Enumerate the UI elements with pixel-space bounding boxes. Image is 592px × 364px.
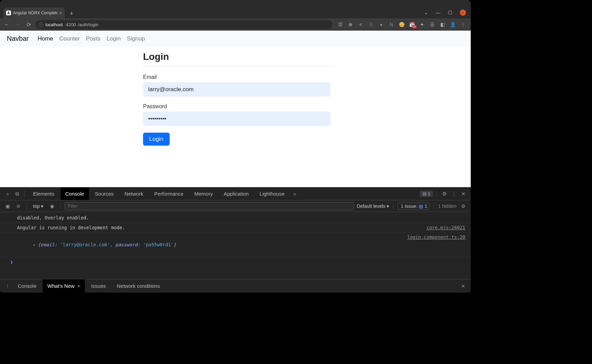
- drawer-tab-network-conditions[interactable]: Network conditions: [112, 279, 165, 293]
- nav-link-login[interactable]: Login: [107, 35, 121, 42]
- issues-button[interactable]: 1 Issue: ▤1: [398, 202, 430, 210]
- share-icon[interactable]: <: [358, 22, 364, 27]
- menu-icon[interactable]: ⋮: [460, 22, 466, 27]
- chevron-down-icon[interactable]: ⌄: [424, 10, 428, 15]
- new-tab-button[interactable]: +: [67, 9, 76, 18]
- kebab-icon[interactable]: ⋮: [3, 283, 12, 289]
- bookmark-icon[interactable]: ☆: [368, 22, 374, 27]
- tab-strip: A Angular NGRX Complete × +: [0, 7, 471, 18]
- email-label: Email: [143, 74, 330, 80]
- extension-icon[interactable]: N: [388, 22, 394, 27]
- drawer-tab-issues[interactable]: Issues: [86, 279, 110, 293]
- url-path: /auth/login: [78, 22, 98, 27]
- tab-network[interactable]: Network: [120, 187, 148, 200]
- page-title: Login: [143, 51, 330, 62]
- log-entry: ▸{email: 'larry@oracle.com', password: '…: [0, 233, 471, 257]
- tab-sources[interactable]: Sources: [90, 187, 119, 200]
- password-field[interactable]: [143, 112, 330, 126]
- expand-arrow-icon[interactable]: ▸: [33, 242, 36, 247]
- tab-favicon: A: [6, 11, 11, 15]
- drawer-close-icon[interactable]: ✕: [459, 283, 467, 289]
- toolbar-icons: ⚿ ⊕ < ☆ ● N 😊 📅 ✦ ☰ ◧ 👤 ⋮: [335, 22, 468, 27]
- eye-icon[interactable]: ◉: [48, 203, 56, 209]
- maximize-icon[interactable]: ☐: [448, 10, 452, 15]
- reload-button[interactable]: ⟳: [25, 21, 33, 28]
- address-bar: ← → ⟳ i localhost:4200/auth/login ⚿ ⊕ < …: [0, 18, 471, 31]
- device-toggle-icon[interactable]: ⧉: [13, 191, 21, 197]
- tab-close-icon[interactable]: ×: [59, 10, 62, 16]
- tab-elements[interactable]: Elements: [28, 187, 59, 200]
- nav-link-signup[interactable]: Signup: [127, 35, 145, 42]
- gear-icon[interactable]: ⚙: [459, 203, 467, 209]
- zoom-icon[interactable]: ⊕: [347, 22, 354, 27]
- chevron-down-icon: ▾: [387, 203, 389, 209]
- forward-button[interactable]: →: [14, 21, 22, 28]
- nav-link-home[interactable]: Home: [37, 35, 53, 42]
- devtools-panel: ⟐ ⧉ Elements Console Sources Network Per…: [0, 187, 471, 293]
- issues-pill[interactable]: ▤1: [420, 191, 433, 197]
- tab-application[interactable]: Application: [219, 187, 253, 200]
- login-button[interactable]: Login: [143, 133, 170, 146]
- login-form: Login Email Password Login: [143, 51, 330, 146]
- log-source-link[interactable]: core.mjs:26021: [426, 224, 465, 232]
- devtools-tablist: ⟐ ⧉ Elements Console Sources Network Per…: [0, 187, 471, 200]
- log-levels-selector[interactable]: Default levels ▾: [357, 203, 389, 209]
- window-close-icon[interactable]: ×: [460, 10, 466, 16]
- tab-lighthouse[interactable]: Lighthouse: [255, 187, 289, 200]
- tab-memory[interactable]: Memory: [190, 187, 218, 200]
- context-selector[interactable]: top ▾: [31, 203, 45, 210]
- kebab-icon[interactable]: ⋮: [450, 191, 458, 197]
- log-entry: Angular is running in development mode. …: [0, 223, 471, 233]
- extension-icon[interactable]: 😊: [399, 22, 405, 27]
- extension-icon[interactable]: ●: [378, 22, 384, 27]
- navbar-brand[interactable]: Navbar: [7, 35, 29, 43]
- key-icon[interactable]: ⚿: [337, 22, 343, 27]
- tab-console[interactable]: Console: [61, 187, 89, 200]
- email-field[interactable]: [143, 82, 330, 97]
- settings-icon[interactable]: ⚙: [440, 191, 448, 197]
- drawer-tab-console[interactable]: Console: [13, 279, 41, 293]
- tab-title: Angular NGRX Complete: [13, 11, 57, 15]
- reading-list-icon[interactable]: ☰: [429, 22, 435, 27]
- inspect-icon[interactable]: ⟐: [3, 191, 12, 197]
- side-panel-icon[interactable]: ◧: [439, 22, 446, 27]
- profile-icon[interactable]: 👤: [450, 22, 456, 27]
- page-viewport: Navbar Home Counter Posts Login Signup L…: [0, 31, 471, 187]
- console-prompt[interactable]: ❯: [0, 257, 471, 267]
- site-info-icon[interactable]: i: [39, 22, 43, 27]
- app-navbar: Navbar Home Counter Posts Login Signup: [0, 31, 471, 47]
- extensions-icon[interactable]: ✦: [419, 22, 425, 27]
- back-button[interactable]: ←: [3, 21, 11, 28]
- tab-performance[interactable]: Performance: [150, 187, 188, 200]
- nav-link-posts[interactable]: Posts: [86, 35, 100, 42]
- password-label: Password: [143, 103, 330, 110]
- drawer-tab-whatsnew[interactable]: What's New×: [43, 279, 85, 293]
- chevron-down-icon: ▾: [41, 203, 43, 209]
- extension-icon[interactable]: 📅: [409, 22, 415, 27]
- console-toolbar: ▣ ⊘ top ▾ ◉ Default levels ▾ 1 Issue: ▤1…: [0, 200, 471, 212]
- nav-link-counter[interactable]: Counter: [59, 35, 80, 42]
- url-omnibox[interactable]: i localhost:4200/auth/login: [35, 20, 332, 29]
- log-entry: disabled, Overlay enabled.: [0, 213, 471, 223]
- clear-console-icon[interactable]: ⊘: [14, 203, 22, 209]
- devtools-drawer: ⋮ Console What's New× Issues Network con…: [0, 279, 471, 293]
- url-port: :4200: [65, 22, 76, 27]
- hidden-count: 1 hidden: [438, 203, 456, 209]
- console-output: disabled, Overlay enabled. Angular is ru…: [0, 212, 471, 279]
- sidebar-toggle-icon[interactable]: ▣: [3, 203, 12, 209]
- devtools-close-icon[interactable]: ✕: [459, 191, 467, 197]
- console-filter-input[interactable]: [65, 202, 354, 210]
- minimize-icon[interactable]: —: [436, 10, 440, 15]
- browser-tab[interactable]: A Angular NGRX Complete ×: [3, 7, 65, 18]
- close-icon[interactable]: ×: [77, 283, 80, 289]
- more-tabs-icon[interactable]: »: [291, 191, 299, 197]
- log-source-link[interactable]: login.component.ts:20: [407, 234, 465, 256]
- url-host: localhost: [45, 22, 63, 27]
